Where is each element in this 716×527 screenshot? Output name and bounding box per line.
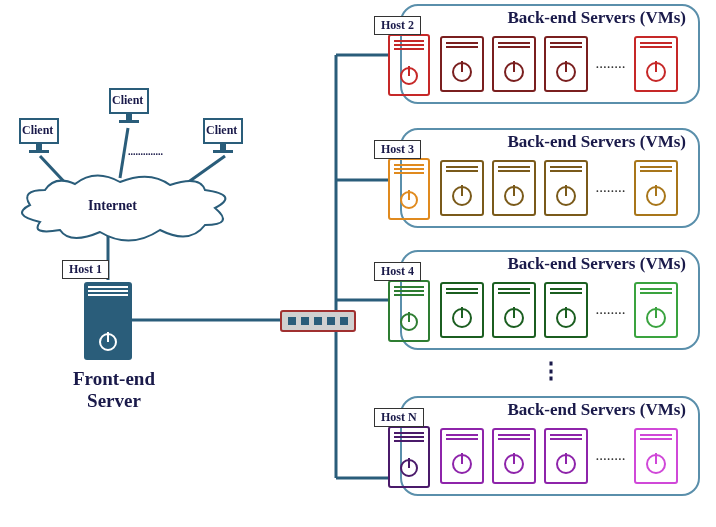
vm-icon <box>544 428 588 484</box>
front-end-caption: Front-end Server <box>64 368 164 412</box>
vm-row-2: ........ <box>440 160 678 216</box>
vm-icon <box>634 282 678 338</box>
client-label: Client <box>22 123 53 138</box>
host-n-label: Host N <box>374 408 424 427</box>
vm-icon <box>492 428 536 484</box>
vm-icon <box>492 160 536 216</box>
vm-ellipsis: ........ <box>596 450 626 462</box>
vm-icon <box>634 160 678 216</box>
host-1-label: Host 1 <box>62 260 109 279</box>
backend-title: Back-end Servers (VMs) <box>508 400 686 420</box>
svg-line-1 <box>120 128 128 178</box>
network-switch <box>280 310 356 332</box>
vm-icon <box>544 36 588 92</box>
backend-title: Back-end Servers (VMs) <box>508 254 686 274</box>
backend-title: Back-end Servers (VMs) <box>508 132 686 152</box>
vm-icon <box>440 36 484 92</box>
group-vertical-ellipsis: ⋮ <box>540 358 564 384</box>
vm-icon <box>634 36 678 92</box>
vm-icon <box>634 428 678 484</box>
client-monitor-1: Client <box>16 118 62 154</box>
vm-row-3: ........ <box>440 282 678 338</box>
vm-icon <box>492 36 536 92</box>
vm-ellipsis: ........ <box>596 304 626 316</box>
front-end-tower <box>84 282 132 360</box>
client-label: Client <box>112 93 143 108</box>
host-n-tower <box>388 426 430 488</box>
vm-icon <box>440 160 484 216</box>
client-monitor-3: Client <box>200 118 246 154</box>
host-3-tower <box>388 158 430 220</box>
vm-icon <box>544 160 588 216</box>
host-2-tower <box>388 34 430 96</box>
vm-row-1: ........ <box>440 36 678 92</box>
front-end-caption-l1: Front-end <box>73 368 155 389</box>
vm-ellipsis: ........ <box>596 58 626 70</box>
vm-row-n: ........ <box>440 428 678 484</box>
host-3-label: Host 3 <box>374 140 421 159</box>
internet-label: Internet <box>88 198 137 214</box>
host-4-tower <box>388 280 430 342</box>
host-2-label: Host 2 <box>374 16 421 35</box>
client-monitor-2: Client <box>106 88 152 124</box>
backend-title: Back-end Servers (VMs) <box>508 8 686 28</box>
vm-icon <box>440 282 484 338</box>
client-ellipsis: .............. <box>128 146 163 157</box>
front-end-caption-l2: Server <box>87 390 141 411</box>
vm-icon <box>544 282 588 338</box>
vm-icon <box>492 282 536 338</box>
host-4-label: Host 4 <box>374 262 421 281</box>
vm-ellipsis: ........ <box>596 182 626 194</box>
vm-icon <box>440 428 484 484</box>
client-label: Client <box>206 123 237 138</box>
